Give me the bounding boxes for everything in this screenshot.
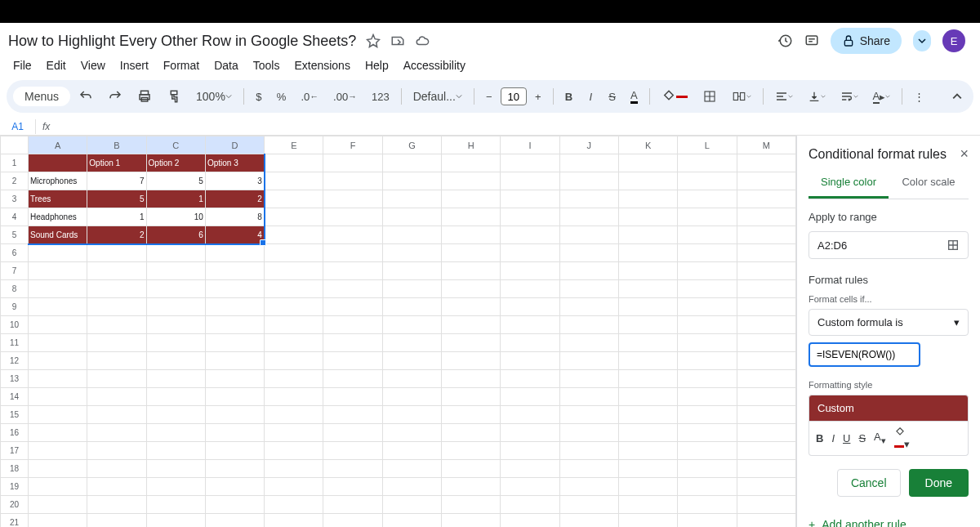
row-header[interactable]: 20 <box>1 496 29 514</box>
cell[interactable] <box>323 262 382 280</box>
cell[interactable] <box>87 262 146 280</box>
cell[interactable] <box>678 388 737 406</box>
font-size-input[interactable] <box>501 87 527 105</box>
cell[interactable] <box>618 514 677 528</box>
done-button[interactable]: Done <box>909 469 969 497</box>
cell[interactable] <box>29 262 87 280</box>
col-header-A[interactable]: A <box>29 136 87 154</box>
cell[interactable] <box>323 388 382 406</box>
cell[interactable] <box>146 370 205 388</box>
cell[interactable]: Option 2 <box>146 154 205 172</box>
cell[interactable] <box>323 352 382 370</box>
cell[interactable] <box>678 316 737 334</box>
cell[interactable] <box>205 406 264 424</box>
cell[interactable] <box>737 478 795 496</box>
cell[interactable] <box>737 424 795 442</box>
cell[interactable] <box>678 442 737 460</box>
cell[interactable] <box>501 190 559 208</box>
col-header-H[interactable]: H <box>442 136 501 154</box>
row-header[interactable]: 5 <box>1 226 29 244</box>
cell[interactable] <box>265 280 323 298</box>
cell[interactable] <box>323 298 382 316</box>
cell[interactable] <box>323 442 382 460</box>
cell[interactable] <box>265 406 323 424</box>
cell[interactable] <box>265 478 323 496</box>
cell[interactable] <box>146 262 205 280</box>
cell[interactable] <box>146 298 205 316</box>
cell[interactable] <box>678 154 737 172</box>
cell[interactable] <box>146 352 205 370</box>
more-formats-button[interactable]: 123 <box>365 86 396 108</box>
menu-tools[interactable]: Tools <box>247 56 287 75</box>
cell[interactable] <box>87 370 146 388</box>
cell[interactable]: 5 <box>146 172 205 190</box>
cell[interactable] <box>323 496 382 514</box>
cell[interactable] <box>559 352 618 370</box>
cell[interactable] <box>618 478 677 496</box>
cell[interactable] <box>146 334 205 352</box>
cell[interactable] <box>678 298 737 316</box>
cell[interactable] <box>618 424 677 442</box>
cell[interactable] <box>205 388 264 406</box>
cell[interactable] <box>265 460 323 478</box>
row-header[interactable]: 3 <box>1 190 29 208</box>
cell[interactable] <box>323 316 382 334</box>
condition-dropdown[interactable]: Custom formula is ▾ <box>808 309 969 336</box>
increase-font-button[interactable]: + <box>528 86 548 108</box>
col-header-J[interactable]: J <box>559 136 618 154</box>
decrease-font-button[interactable]: − <box>479 86 499 108</box>
undo-button[interactable] <box>72 84 100 109</box>
cell[interactable] <box>678 280 737 298</box>
tab-single-color[interactable]: Single color <box>808 167 889 199</box>
cell[interactable]: 6 <box>146 226 205 244</box>
comment-icon[interactable] <box>804 33 819 48</box>
cell[interactable] <box>559 280 618 298</box>
cell[interactable] <box>559 244 618 262</box>
col-header-C[interactable]: C <box>146 136 205 154</box>
cell[interactable] <box>501 352 559 370</box>
cell[interactable] <box>382 460 441 478</box>
wrap-button[interactable] <box>834 85 865 108</box>
cell[interactable] <box>382 190 441 208</box>
cell[interactable] <box>87 478 146 496</box>
row-header[interactable]: 13 <box>1 370 29 388</box>
cell[interactable] <box>87 460 146 478</box>
merge-button[interactable] <box>725 84 758 109</box>
cell[interactable] <box>442 406 501 424</box>
share-dropdown[interactable] <box>913 30 931 51</box>
cell[interactable] <box>323 226 382 244</box>
cell[interactable] <box>737 496 795 514</box>
increase-decimal-button[interactable]: .00→ <box>327 86 363 108</box>
cell[interactable] <box>501 298 559 316</box>
cell[interactable] <box>618 370 677 388</box>
cell[interactable] <box>559 388 618 406</box>
cell[interactable] <box>382 496 441 514</box>
cell[interactable] <box>678 226 737 244</box>
cell[interactable] <box>737 388 795 406</box>
cell[interactable] <box>442 280 501 298</box>
cell[interactable] <box>442 496 501 514</box>
cell[interactable] <box>737 226 795 244</box>
cell[interactable] <box>29 514 87 528</box>
cell[interactable] <box>678 514 737 528</box>
col-header-E[interactable]: E <box>265 136 323 154</box>
cell[interactable] <box>737 208 795 226</box>
cell[interactable] <box>501 460 559 478</box>
cell[interactable] <box>442 334 501 352</box>
cell[interactable]: 4 <box>205 226 264 244</box>
cell[interactable] <box>678 370 737 388</box>
cell[interactable] <box>29 352 87 370</box>
cell[interactable]: Sound Cards <box>29 226 87 244</box>
cell[interactable] <box>618 460 677 478</box>
halign-button[interactable] <box>768 85 800 108</box>
cell[interactable] <box>323 280 382 298</box>
cell[interactable]: Microphones <box>29 172 87 190</box>
cell[interactable] <box>442 352 501 370</box>
cell[interactable] <box>146 478 205 496</box>
cell[interactable] <box>265 154 323 172</box>
row-header[interactable]: 7 <box>1 262 29 280</box>
cell[interactable] <box>442 316 501 334</box>
cell[interactable] <box>205 424 264 442</box>
cell[interactable] <box>442 208 501 226</box>
cell[interactable] <box>442 244 501 262</box>
